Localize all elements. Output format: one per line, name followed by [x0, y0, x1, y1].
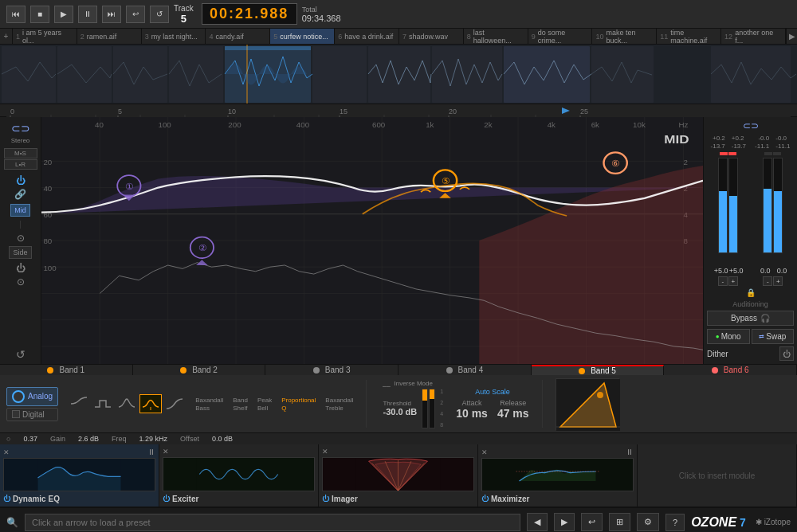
svg-rect-11: [655, 46, 709, 103]
gain-in-minus[interactable]: -: [718, 276, 728, 286]
dither-power-button[interactable]: ⏻: [779, 346, 794, 361]
auto-scale-label[interactable]: Auto Scale: [456, 388, 528, 396]
band-tab-4[interactable]: Band 4: [398, 365, 532, 375]
mid-button[interactable]: Mid: [10, 204, 30, 217]
svg-text:400: 400: [296, 122, 309, 130]
maximizer-pause[interactable]: ⏸: [626, 448, 634, 456]
filter-band-shelf[interactable]: [92, 394, 114, 413]
filter-label-2: Bass: [195, 405, 223, 412]
analog-button[interactable]: Analog: [6, 387, 58, 406]
maximizer-power[interactable]: ⏻: [481, 495, 489, 503]
track-2[interactable]: 2 ramen.aif: [77, 29, 142, 44]
stereo-link-icon[interactable]: ⊂⊃: [11, 122, 30, 135]
svg-text:40: 40: [95, 122, 104, 130]
imager-power[interactable]: ⏻: [322, 495, 329, 503]
play-button[interactable]: ▶: [54, 6, 73, 23]
filter-shapes: [68, 394, 186, 413]
release-label: Release: [500, 399, 526, 407]
track-11[interactable]: 11 time machine.aif: [657, 29, 721, 44]
track-10[interactable]: 10 make ten buck...: [592, 29, 657, 44]
input-meter-l: [718, 158, 728, 253]
band-tab-6[interactable]: Band 6: [664, 365, 797, 375]
track-8[interactable]: 8 last halloween...: [464, 29, 528, 44]
offset-label: Offset: [180, 435, 199, 443]
filter-baxandall-treble[interactable]: [163, 394, 186, 413]
svg-text:②: ②: [198, 243, 208, 252]
imager-close[interactable]: ✕: [322, 448, 328, 456]
rms-labels: -13.7 -13.7: [711, 143, 746, 150]
gain-out-minus[interactable]: -: [763, 276, 772, 286]
track-scroll-right[interactable]: ▶: [786, 29, 797, 44]
svg-point-95: [597, 392, 603, 398]
rewind-button[interactable]: ⏮: [6, 6, 26, 23]
band1-label: Band 1: [59, 366, 84, 374]
bypass-button[interactable]: Bypass 🎧: [707, 311, 794, 326]
side-button[interactable]: Side: [9, 246, 31, 259]
dynamic-eq-pause[interactable]: ⏸: [147, 448, 155, 456]
maximizer-close[interactable]: ✕: [481, 448, 488, 456]
lr-button[interactable]: L•R: [4, 159, 37, 170]
link-side-icon[interactable]: ⊙: [17, 276, 25, 288]
peak-bar-out-r: [773, 152, 781, 155]
mono-button[interactable]: ● Mono: [707, 329, 750, 344]
preset-search-input[interactable]: [25, 514, 520, 531]
filter-peak-bell[interactable]: [116, 394, 138, 413]
dynamic-eq-close[interactable]: ✕: [3, 448, 10, 456]
track-4[interactable]: 4 candy.aif: [206, 29, 270, 44]
mono-swap-row: ● Mono ⇄ Swap: [707, 328, 794, 345]
total-info: Total 09:34.368: [302, 6, 341, 23]
track-6[interactable]: 6 have a drink.aif: [335, 29, 399, 44]
filter-baxandall-bass[interactable]: [68, 394, 90, 413]
maximizer-viz: [481, 458, 634, 491]
undo-button[interactable]: ↩: [581, 513, 603, 531]
output-gain-values: 0.0 0.0: [760, 267, 787, 275]
power-icon[interactable]: ⏻: [16, 175, 26, 186]
power-side-icon[interactable]: ⏻: [16, 263, 26, 274]
loop-button[interactable]: ↩: [126, 6, 145, 23]
band-tab-5[interactable]: Band 5: [532, 365, 665, 375]
ms-button[interactable]: M•S: [4, 148, 37, 158]
swap-icon: ⇄: [759, 333, 764, 340]
eq-display[interactable]: 40 100 200 400 600 1k 2k 4k 6k 10k Hz 20…: [41, 117, 703, 364]
refresh-button[interactable]: ↺: [150, 6, 169, 23]
dynamic-eq-power[interactable]: ⏻: [3, 495, 10, 503]
pause-button[interactable]: ⏸: [78, 6, 97, 23]
exciter-power[interactable]: ⏻: [163, 495, 170, 503]
link-icon[interactable]: 🔗: [14, 189, 26, 200]
fast-forward-button[interactable]: ⏭: [102, 6, 121, 23]
release-value: 47 ms: [497, 407, 529, 420]
output-meters-label: -0.0 -0.0 -11.1 -11.1: [755, 135, 791, 150]
gain-out-plus[interactable]: +: [773, 276, 783, 286]
track-12[interactable]: 12 another one f...: [721, 29, 786, 44]
filter-proportional-q[interactable]: [139, 394, 162, 413]
track-3[interactable]: 3 my last night...: [142, 29, 206, 44]
track-label: Track: [174, 4, 194, 13]
peak-bar-r: [728, 152, 736, 155]
track-1[interactable]: 1 i am 5 years ol...: [13, 29, 77, 44]
band2-label: Band 2: [192, 366, 218, 374]
imager-viz: [322, 457, 474, 491]
digital-button[interactable]: Digital: [6, 408, 58, 421]
stop-button[interactable]: ■: [30, 6, 49, 23]
track-9[interactable]: 9 do some crime...: [528, 29, 593, 44]
band-tab-3[interactable]: Band 3: [265, 365, 398, 375]
settings-button[interactable]: ⚙: [637, 513, 659, 531]
exciter-close[interactable]: ✕: [163, 448, 169, 456]
add-track-button[interactable]: +: [0, 29, 13, 44]
swap-button[interactable]: ⇄ Swap: [752, 329, 795, 344]
help-button[interactable]: ?: [665, 514, 685, 531]
gain-in-plus[interactable]: +: [728, 276, 738, 286]
prev-preset-button[interactable]: ◀: [527, 513, 548, 531]
undo-eq-button[interactable]: ↺: [16, 348, 26, 361]
next-preset-button[interactable]: ▶: [554, 513, 575, 531]
threshold-value: -30.0 dB: [383, 407, 417, 417]
freq-value: 1.29 kHz: [139, 435, 168, 443]
track-5[interactable]: 5 curfew notice...: [270, 29, 335, 44]
layout-button[interactable]: ⊞: [609, 513, 630, 531]
track-7[interactable]: 7 shadow.wav: [399, 29, 464, 44]
eq-left-panel: ⊂⊃ Stereo M•S L•R ⏻ 🔗 Mid ⊙ Side ⏻ ⊙ ↺: [0, 117, 41, 364]
peak-label-right: +0.2: [732, 135, 744, 142]
band-tab-2[interactable]: Band 2: [133, 365, 266, 375]
band-tab-1[interactable]: Band 1: [0, 365, 133, 375]
module-insert-slot[interactable]: Click to insert module: [638, 444, 797, 507]
